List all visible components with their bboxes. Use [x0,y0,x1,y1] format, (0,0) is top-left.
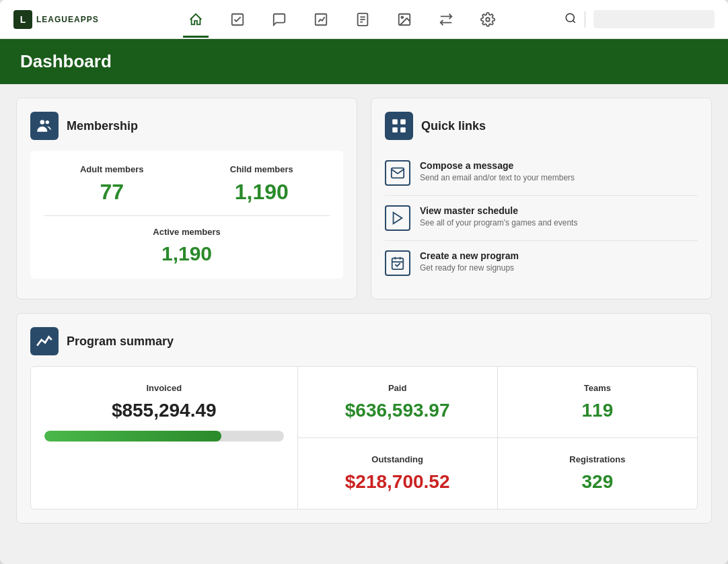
master-schedule-desc: See all of your program's games and even… [420,218,698,227]
compose-message-desc: Send an email and/or text to your member… [420,173,698,182]
svg-point-11 [40,120,45,125]
svg-rect-18 [392,258,404,270]
svg-rect-16 [400,127,406,133]
search-icon[interactable] [565,12,577,27]
quick-link-schedule-text: View master schedule See all of your pro… [420,205,698,227]
membership-icon [30,112,59,140]
quick-links-title: Quick links [421,119,486,133]
quick-link-program-text: Create a new program Get ready for new s… [420,250,698,273]
nav-divider [585,11,585,28]
search-input[interactable] [593,10,715,28]
invoiced-label: Invoiced [44,383,284,393]
logo-area[interactable]: L LEAGUEAPPS [13,10,99,29]
svg-rect-15 [392,127,398,133]
child-members-label: Child members [194,164,330,174]
active-members-value: 1,190 [44,242,330,265]
registrations-cell: Registrations 329 [498,438,697,509]
adult-members-label: Adult members [44,164,180,174]
outstanding-value: $218,700.52 [312,471,484,493]
email-icon [385,160,410,186]
program-summary-icon [30,327,59,355]
invoiced-value: $855,294.49 [44,400,284,421]
svg-point-12 [46,120,49,124]
nav-home[interactable] [183,9,209,30]
paid-label: Paid [312,383,484,393]
nav-document[interactable] [350,9,375,30]
quick-link-schedule[interactable]: View master schedule See all of your pro… [385,196,698,241]
child-members-stat: Child members 1,190 [194,164,330,205]
nav-message[interactable] [266,9,292,30]
quick-links-header: Quick links [385,112,698,140]
nav-icons [119,9,565,30]
active-members-label: Active members [44,227,330,237]
outstanding-cell: Outstanding $218,700.52 [298,438,497,509]
svg-point-7 [401,16,403,18]
quick-link-compose-text: Compose a message Send an email and/or t… [420,160,698,182]
nav-transfer[interactable] [433,9,459,30]
top-row: Membership Adult members 77 Child member… [16,98,712,299]
membership-card: Membership Adult members 77 Child member… [16,98,357,299]
paid-value: $636,593.97 [312,400,484,421]
active-members-stat: Active members 1,190 [44,216,330,265]
page-title: Dashboard [20,51,708,72]
top-nav: L LEAGUEAPPS [0,0,728,39]
dashboard-header: Dashboard [0,39,728,84]
nav-gallery[interactable] [392,9,417,30]
invoiced-progress-bar [44,431,284,442]
logo-text: LEAGUEAPPS [36,15,99,24]
nav-settings[interactable] [475,9,501,30]
paid-outstanding-col: Paid $636,593.97 Outstanding $218,700.52 [298,367,498,509]
svg-point-9 [566,13,574,22]
membership-stats: Adult members 77 Child members 1,190 Act… [30,151,343,279]
progress-bar-fill [44,431,221,442]
nav-checklist[interactable] [225,9,250,30]
quick-link-compose[interactable]: Compose a message Send an email and/or t… [385,151,698,196]
paid-cell: Paid $636,593.97 [298,367,497,438]
quick-links-card: Quick links Compose a message Send an em… [371,98,712,299]
master-schedule-title: View master schedule [420,205,698,216]
svg-line-10 [573,20,575,22]
nav-chart[interactable] [308,9,334,30]
program-summary-card: Program summary Invoiced $855,294.49 Pai… [16,313,712,524]
logo-icon: L [13,10,32,29]
adult-members-stat: Adult members 77 [44,164,180,205]
create-program-title: Create a new program [420,250,698,261]
create-program-desc: Get ready for new signups [420,263,698,273]
teams-cell: Teams 119 [498,367,697,438]
teams-label: Teams [511,383,684,393]
adult-members-value: 77 [44,180,180,205]
program-stats-grid: Invoiced $855,294.49 Paid $636,593.97 Ou… [30,366,698,509]
program-summary-title: Program summary [67,334,174,349]
app-window: L LEAGUEAPPS [0,0,728,564]
svg-rect-14 [400,119,406,125]
main-content: Membership Adult members 77 Child member… [0,84,728,537]
outstanding-label: Outstanding [312,454,484,464]
membership-title: Membership [67,119,138,133]
membership-header: Membership [30,112,343,140]
invoiced-cell: Invoiced $855,294.49 [31,367,298,509]
top-stats: Adult members 77 Child members 1,190 [44,164,330,216]
quick-links-icon [385,112,413,140]
nav-right [565,10,715,28]
registrations-label: Registrations [511,454,684,464]
program-summary-header: Program summary [30,327,698,355]
svg-rect-13 [392,119,398,125]
teams-registrations-col: Teams 119 Registrations 329 [498,367,697,509]
child-members-value: 1,190 [194,180,330,205]
teams-value: 119 [511,400,684,421]
quick-link-program[interactable]: Create a new program Get ready for new s… [385,241,698,285]
schedule-icon [385,205,410,231]
registrations-value: 329 [511,471,684,493]
calendar-check-icon [385,250,410,276]
svg-point-8 [486,17,490,22]
compose-message-title: Compose a message [420,160,698,171]
